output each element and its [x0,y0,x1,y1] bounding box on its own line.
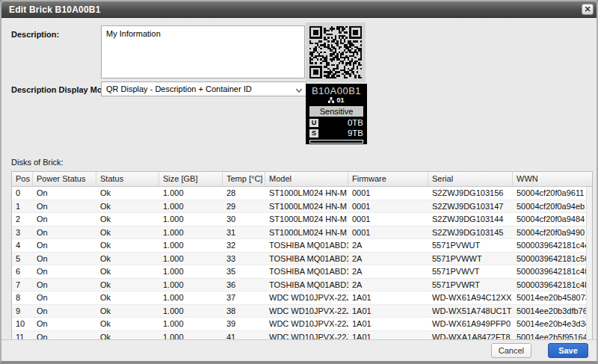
table-cell: Ok [96,293,159,302]
capacity-value: 0TB [318,118,363,127]
table-cell: TOSHIBA MQ01ABD1 ATA [265,254,348,263]
capacity-row-usable: U 0TB [309,118,363,127]
table-cell: 1.000 [159,267,223,276]
capacity-key-badge: S [309,129,318,138]
table-row[interactable]: 3OnOk1.00031ST1000LM024 HN-M ATA0001S2ZW… [12,226,592,240]
table-cell: TOSHIBA MQ01ABD1 ATA [265,280,348,289]
table-row[interactable]: 1OnOk1.00029ST1000LM024 HN-M ATA0001S2ZW… [12,200,592,214]
save-button[interactable]: Save [548,343,588,358]
table-scrollbar[interactable] [586,187,592,343]
table-cell: On [33,202,96,211]
table-cell: S2ZWJ9DG103144 [428,215,513,223]
table-cell: 1 [12,202,33,211]
column-header-size-gb[interactable]: Size [GB] [159,172,223,186]
cluster-icon [328,97,334,103]
qr-code-canvas [309,26,362,78]
table-cell: 32 [223,241,265,250]
table-cell: On [33,293,96,302]
column-header-label: Status [100,174,123,183]
dialog-footer: Cancel Save [1,339,597,361]
table-cell: 1.000 [159,306,223,315]
table-row[interactable]: 5OnOk1.00033TOSHIBA MQ01ABD1 ATA2A5571PV… [12,253,592,266]
table-cell: 1.000 [159,228,223,237]
table-cell: 0 [12,188,33,197]
table-cell: 33 [223,254,265,263]
table-row[interactable]: 8OnOk1.00037WDC WD10JPVX-22J ATA1A01WD-W… [12,291,592,305]
description-input[interactable]: My Information [101,25,305,78]
table-cell: WDC WD10JPVX-22J ATA [265,306,348,315]
table-row[interactable]: 10OnOk1.00039WDC WD10JPVX-22J ATA1A01WD-… [12,318,592,331]
table-cell: 0001 [348,228,428,237]
column-header-wwn[interactable]: WWN [513,172,586,186]
brick-slot-number: 01 [336,96,344,104]
table-cell: 50004cf20f0a9484 [513,215,586,223]
table-cell: ST1000LM024 HN-M ATA [265,215,348,223]
table-cell: 29 [223,202,265,211]
table-row[interactable]: 2OnOk1.00030ST1000LM024 HN-M ATA0001S2ZW… [12,213,592,226]
table-cell: 7 [12,280,33,289]
disk-table-header: Pos▲Power StatusStatusSize [GB]Temp [°C]… [12,172,592,187]
table-cell: TOSHIBA MQ01ABD1 ATA [265,267,348,276]
column-header-temp-c[interactable]: Temp [°C] [223,172,265,186]
table-row[interactable]: 6OnOk1.00035TOSHIBA MQ01ABD1 ATA2A5571PV… [12,265,592,279]
table-cell: 1.000 [159,241,223,250]
column-header-status[interactable]: Status [96,172,159,186]
table-cell: 0001 [348,188,428,197]
table-cell: S2ZWJ9DG103147 [428,202,513,211]
table-row[interactable]: 0OnOk1.00028ST1000LM024 HN-M ATA0001S2ZW… [12,187,592,200]
table-cell: Ok [96,215,159,223]
table-cell: S2ZWJ9DG103156 [428,188,513,197]
table-cell: WD-WX61A94C12XX [428,293,513,302]
table-cell: 50014ee20b4e3d3c [513,319,586,328]
capacity-progress-bar [309,140,363,144]
table-cell: 5000039642181c4b [513,280,586,289]
column-header-label: Power Status [37,174,85,183]
column-header-pos[interactable]: Pos▲ [12,172,33,186]
table-cell: 1A01 [348,306,428,315]
dialog-titlebar[interactable]: Edit Brick B10A00B1 ✕ [1,1,597,18]
table-cell: 38 [223,306,265,315]
table-cell: S2ZWJ9DG103145 [428,228,513,237]
table-cell: Ok [96,228,159,237]
table-cell: 2A [348,254,428,263]
table-cell: 28 [223,188,265,197]
cancel-button[interactable]: Cancel [491,343,531,358]
column-header-label: Firmware [352,174,386,183]
column-header-model[interactable]: Model [265,172,348,186]
column-header-firmware[interactable]: Firmware [348,172,428,186]
table-cell: 50004cf20f0a9490 [513,228,586,237]
table-row[interactable]: 4OnOk1.00032TOSHIBA MQ01ABD1 ATA2A5571PV… [12,239,592,253]
table-cell: Ok [96,188,159,197]
close-icon[interactable]: ✕ [582,4,594,15]
table-cell: 50004cf20f0a94eb [513,202,586,211]
table-cell: 36 [223,280,265,289]
qr-code-image [306,22,366,82]
capacity-row-size: S 9TB [309,129,363,138]
description-display-mode-select[interactable]: QR Display - Description + Container ID [101,81,306,96]
table-cell: 30 [223,215,265,223]
table-row[interactable]: 9OnOk1.00038WDC WD10JPVX-22J ATA1A01WD-W… [12,305,592,318]
column-header-label: Size [GB] [163,174,197,183]
table-cell: 5000039642181c4f [513,267,586,276]
table-row[interactable]: 7OnOk1.00036TOSHIBA MQ01ABD1 ATA2A5571PV… [12,279,592,292]
disk-table-body: 0OnOk1.00028ST1000LM024 HN-M ATA0001S2ZW… [12,187,592,343]
column-header-serial[interactable]: Serial [428,172,513,186]
table-cell: 39 [223,319,265,328]
column-header-power-status[interactable]: Power Status [33,172,96,186]
table-cell: 5571PVWVT [428,267,513,276]
column-header-label: WWN [517,174,538,183]
table-cell: Ok [96,202,159,211]
table-cell: 0001 [348,215,428,223]
table-cell: 1.000 [159,254,223,263]
table-cell: 1A01 [348,319,428,328]
table-cell: WD-WX61A949PFP0 [428,319,513,328]
table-cell: 1.000 [159,280,223,289]
table-cell: 1.000 [159,215,223,223]
table-cell: 50014ee20b458073 [513,293,586,302]
column-header-label: Temp [°C] [226,174,262,183]
table-cell: 5571PVWWT [428,254,513,263]
capacity-value: 9TB [318,129,363,138]
table-cell: 50004cf20f0a9611 [513,188,586,197]
description-label: Description: [11,30,59,39]
table-cell: 0001 [348,202,428,211]
